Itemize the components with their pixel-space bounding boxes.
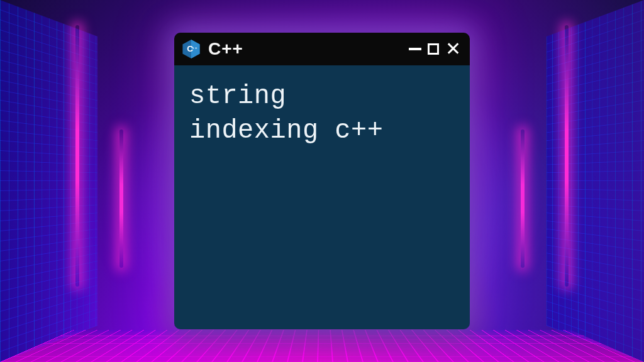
neon-bar — [75, 25, 79, 287]
window-controls: ✕ — [409, 40, 461, 58]
bg-left-panel — [0, 0, 97, 362]
terminal-window: C + + C++ ✕ string indexing c++ — [174, 33, 470, 329]
neon-bar — [521, 129, 525, 268]
svg-text:+: + — [195, 45, 197, 50]
maximize-icon[interactable] — [428, 43, 439, 55]
content-area: string indexing c++ — [174, 65, 470, 329]
code-text: string indexing c++ — [189, 79, 455, 148]
svg-text:+: + — [192, 45, 194, 50]
titlebar[interactable]: C + + C++ ✕ — [174, 33, 470, 65]
neon-bar — [565, 25, 569, 287]
bg-right-panel — [547, 0, 644, 362]
minimize-icon[interactable] — [409, 48, 421, 50]
close-icon[interactable]: ✕ — [445, 40, 461, 58]
bg-grid-floor — [0, 330, 644, 362]
neon-bar — [119, 129, 123, 268]
window-title: C++ — [208, 39, 402, 59]
cpp-icon: C + + — [180, 38, 202, 60]
